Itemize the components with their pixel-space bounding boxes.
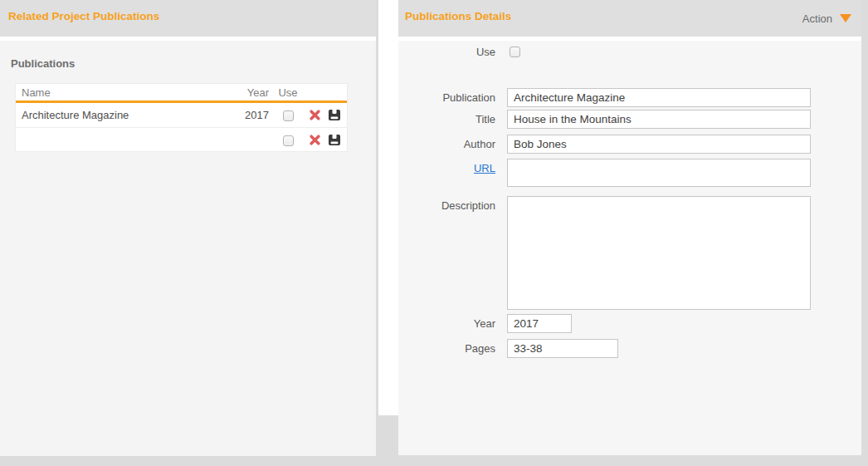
year-input[interactable]: [507, 314, 572, 333]
title-label: Title: [398, 110, 495, 125]
row-use-checkbox[interactable]: [283, 110, 294, 121]
year-label: Year: [398, 314, 495, 330]
action-dropdown-label: Action: [802, 12, 832, 25]
publication-input[interactable]: [507, 88, 811, 107]
panel-gap: [378, 0, 398, 415]
author-label: Author: [398, 135, 495, 150]
pages-field-row: Pages: [398, 339, 618, 358]
use-checkbox[interactable]: [510, 47, 520, 57]
column-header-name: Name: [16, 86, 227, 99]
pages-input[interactable]: [507, 339, 618, 358]
table-row: Architecture Magazine 2017: [16, 103, 347, 127]
author-input[interactable]: [507, 135, 811, 154]
left-panel-header: Related Project Publications: [0, 0, 376, 37]
publications-section-label: Publications: [11, 57, 75, 70]
table-row: [16, 127, 347, 151]
delete-icon[interactable]: [309, 133, 322, 146]
left-panel-title: Related Project Publications: [8, 10, 159, 22]
description-field-row: Description: [398, 196, 811, 310]
right-panel-header: Publications Details Action: [398, 0, 861, 37]
related-publications-panel: Related Project Publications Publication…: [0, 0, 376, 456]
use-label: Use: [398, 46, 495, 58]
page: Related Project Publications Publication…: [0, 0, 868, 466]
save-icon[interactable]: [328, 133, 341, 146]
url-link[interactable]: URL: [474, 162, 495, 174]
save-icon[interactable]: [328, 109, 341, 122]
publications-table: Name Year Use Architecture Magazine 2017: [15, 83, 348, 152]
left-panel-body: Publications Name Year Use Architecture …: [0, 41, 376, 456]
publications-table-header: Name Year Use: [16, 84, 347, 101]
right-panel-title: Publications Details: [405, 10, 511, 22]
url-input[interactable]: [507, 159, 811, 187]
publication-label: Publication: [398, 88, 495, 104]
action-dropdown[interactable]: Action: [802, 0, 851, 37]
title-field-row: Title: [398, 110, 811, 129]
delete-icon[interactable]: [309, 109, 322, 122]
title-input[interactable]: [507, 110, 811, 129]
pages-label: Pages: [398, 339, 495, 355]
column-header-year: Year: [227, 86, 274, 99]
right-panel-body: Use Publication Title Author URL: [398, 41, 861, 455]
year-field-row: Year: [398, 314, 572, 333]
description-textarea[interactable]: [507, 196, 811, 310]
description-label: Description: [398, 196, 495, 212]
url-field-row: URL: [398, 159, 811, 187]
url-label: URL: [398, 159, 495, 174]
author-field-row: Author: [398, 135, 811, 154]
publication-field-row: Publication: [398, 88, 811, 107]
column-header-use: Use: [274, 86, 302, 99]
row-name-cell: Architecture Magazine: [16, 109, 227, 121]
publications-details-panel: Publications Details Action Use Publicat…: [398, 0, 861, 455]
caret-down-icon: [840, 14, 851, 22]
row-use-checkbox[interactable]: [283, 135, 294, 146]
use-field-row: Use: [398, 46, 520, 58]
row-year-cell: 2017: [227, 109, 274, 121]
